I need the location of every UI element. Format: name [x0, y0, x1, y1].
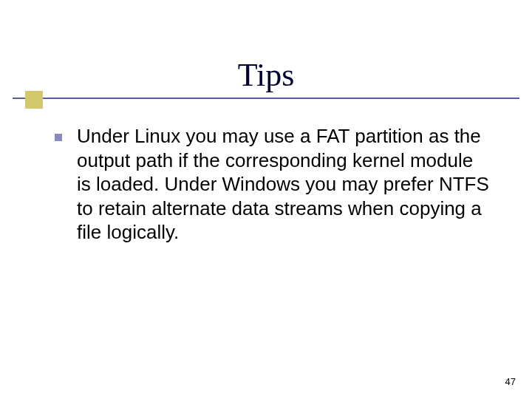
square-bullet-icon	[55, 134, 62, 141]
accent-square	[25, 91, 43, 109]
title-container: Tips	[0, 56, 532, 94]
title-underline	[13, 98, 519, 99]
page-title: Tips	[0, 56, 532, 94]
page-number: 47	[505, 376, 516, 387]
bullet-text: Under Linux you may use a FAT partition …	[77, 124, 491, 245]
